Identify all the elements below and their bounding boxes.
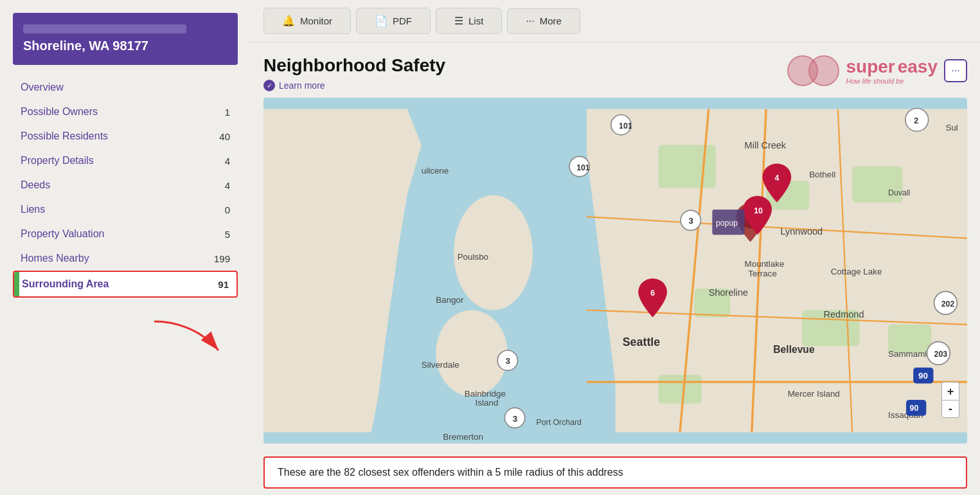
sidebar-item-deeds[interactable]: Deeds4 [13,173,238,197]
svg-text:101: 101 [619,122,632,130]
zoom-out-button[interactable]: - [941,400,959,418]
svg-text:Mill Creek: Mill Creek [745,140,787,150]
sidebar-item-label: Possible Residents [21,130,219,142]
sidebar-item-label: Liens [21,204,225,215]
toolbar: 🔔Monitor📄PDF☰List···More [251,0,980,42]
section-header: Neighborhood Safety ✓ Learn more super e… [263,55,967,91]
sidebar-item-label: Property Details [21,155,225,166]
svg-text:Silverdale: Silverdale [422,360,459,370]
svg-text:Cottage Lake: Cottage Lake [831,267,882,276]
svg-point-2 [436,310,508,396]
sidebar-item-count: 4 [225,180,230,191]
sidebar-item-count: 199 [214,253,230,264]
svg-text:6: 6 [650,289,655,298]
sidebar-item-label: Surrounding Area [22,278,218,290]
pdf-button[interactable]: 📄PDF [356,8,431,34]
list-label: List [468,15,483,26]
monitor-button[interactable]: 🔔Monitor [263,8,351,34]
sidebar-item-overview[interactable]: Overview [13,75,238,100]
content-area: Neighborhood Safety ✓ Learn more super e… [251,42,980,450]
pdf-label: PDF [393,15,412,26]
info-bar-text: These are the 82 closest sex offenders w… [278,467,623,478]
sidebar-item-property-details[interactable]: Property Details4 [13,148,238,173]
logo-area: super easy How life should be ··· [787,55,967,86]
svg-text:Lynnwood: Lynnwood [780,226,823,237]
sidebar: Shoreline, WA 98177 OverviewPossible Own… [0,0,251,495]
sidebar-item-count: 5 [225,229,230,240]
svg-text:Redmond: Redmond [824,309,864,320]
svg-text:Bothell: Bothell [809,170,835,179]
svg-text:10: 10 [754,206,763,215]
svg-text:90: 90 [918,371,928,381]
svg-text:3: 3 [688,216,693,226]
svg-text:Bellevue: Bellevue [773,344,815,355]
sidebar-item-possible-residents[interactable]: Possible Residents40 [13,124,238,148]
list-icon: ☰ [454,15,463,27]
sidebar-item-label: Property Valuation [21,228,225,240]
sidebar-item-possible-owners[interactable]: Possible Owners1 [13,100,238,124]
svg-text:4: 4 [775,174,780,183]
sidebar-item-count: 0 [225,204,230,215]
map-svg: Mill Creek Bothell Duvall Lynnwood Mount… [263,98,967,444]
logo-tagline: How life should be [846,77,938,85]
svg-text:202: 202 [941,300,955,309]
more-label: More [540,15,562,26]
sidebar-item-count: 4 [225,156,230,166]
learn-more-icon: ✓ [263,80,275,91]
svg-text:Sul: Sul [945,123,958,132]
map-zoom-controls: + - [941,382,959,418]
logo-menu-button[interactable]: ··· [944,59,967,82]
more-icon: ··· [526,15,534,27]
svg-text:popup: popup [716,219,738,228]
learn-more-link[interactable]: ✓ Learn more [263,80,445,91]
svg-text:90: 90 [910,404,919,413]
svg-text:Port Orchard: Port Orchard [537,418,582,427]
pdf-icon: 📄 [375,15,388,27]
main-content: 🔔Monitor📄PDF☰List···More Neighborhood Sa… [251,0,980,495]
svg-text:101: 101 [576,163,590,172]
svg-text:3: 3 [506,356,510,366]
address-blur [23,24,186,33]
sidebar-item-label: Possible Owners [21,106,225,118]
sidebar-item-property-valuation[interactable]: Property Valuation5 [13,222,238,246]
svg-text:2: 2 [914,116,918,125]
svg-text:Island: Island [476,398,499,408]
more-button[interactable]: ···More [507,8,580,34]
sidebar-item-count: 40 [219,131,230,142]
svg-text:3: 3 [513,414,517,424]
logo-circle-right [808,55,839,86]
svg-rect-3 [659,145,716,188]
svg-text:Bangor: Bangor [436,295,464,305]
sidebar-city: Shoreline, WA 98177 [23,39,227,53]
list-button[interactable]: ☰List [436,8,502,34]
sidebar-item-count: 91 [218,279,229,290]
zoom-in-button[interactable]: + [941,382,959,400]
svg-text:Poulsbo: Poulsbo [458,252,488,262]
sidebar-item-homes-nearby[interactable]: Homes Nearby199 [13,246,238,271]
sidebar-item-label: Overview [21,82,230,93]
learn-more-label: Learn more [279,80,325,91]
sidebar-item-count: 1 [225,107,230,118]
monitor-icon: 🔔 [282,15,295,27]
logo-text-area: super easy How life should be [846,57,938,85]
nav-list: OverviewPossible Owners1Possible Residen… [0,75,251,298]
svg-rect-9 [659,375,702,404]
map-container[interactable]: Mill Creek Bothell Duvall Lynnwood Mount… [263,98,967,444]
svg-text:Seattle: Seattle [623,336,661,348]
svg-text:Shoreline: Shoreline [709,287,748,298]
svg-text:Duvall: Duvall [888,188,910,197]
svg-text:Bremerton: Bremerton [443,432,483,442]
logo-circles [787,55,839,86]
logo-super: super [846,57,895,77]
svg-text:203: 203 [934,350,948,359]
sidebar-item-liens[interactable]: Liens0 [13,197,238,222]
sidebar-item-surrounding-area[interactable]: Surrounding Area91 [13,271,238,298]
svg-text:Terrace: Terrace [748,269,777,278]
svg-text:Mountlake: Mountlake [745,259,785,269]
section-title: Neighborhood Safety [263,55,445,76]
logo-easy: easy [898,57,938,77]
svg-text:Bainbridge: Bainbridge [465,389,506,399]
sidebar-item-label: Homes Nearby [21,253,214,264]
sidebar-item-label: Deeds [21,179,225,191]
sidebar-header: Shoreline, WA 98177 [13,13,238,65]
